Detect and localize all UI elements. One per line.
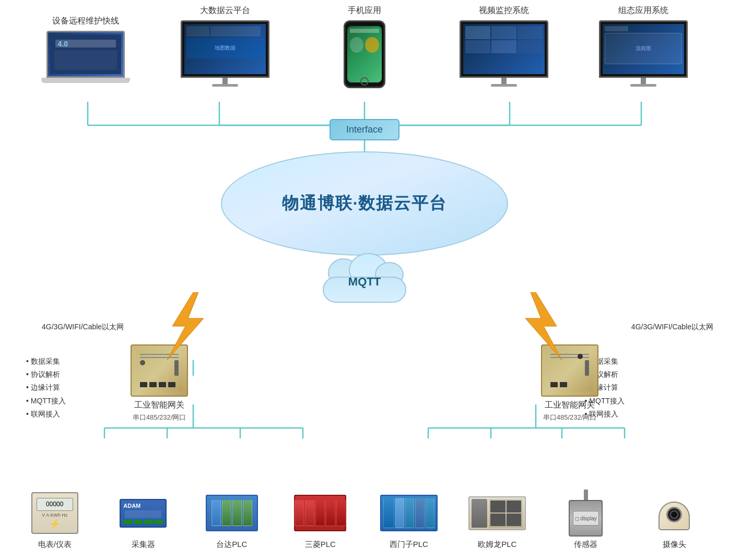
- video-label: 视频监控系统: [479, 5, 529, 16]
- delta-plc-label: 台达PLC: [216, 540, 247, 550]
- serial-label-left: 串口485/232/网口: [133, 413, 186, 422]
- bigdata-monitor: 地图数据: [178, 20, 272, 88]
- gateway-name-right: 工业智能网关: [545, 400, 595, 411]
- platform-cloud: 物通博联·数据云平台: [221, 151, 508, 256]
- device-scada: 组态应用系统 流程图: [591, 5, 696, 88]
- feature-left-1: • 协议解析: [26, 368, 66, 381]
- sensor-label: 传感器: [574, 540, 597, 550]
- features-left: • 数据采集 • 协议解析 • 边缘计算 • MQTT接入 • 联网接入: [26, 355, 66, 421]
- device-sensor: ◻ display 传感器: [549, 490, 622, 550]
- mqtt-cloud: MQTT: [307, 256, 422, 308]
- feature-left-3: • MQTT接入: [26, 395, 66, 408]
- bigdata-label: 大数据云平台: [200, 5, 250, 16]
- network-label-right: 4G/3G/WIFI/Cable以太网: [631, 323, 713, 332]
- interface-label: Interface: [346, 124, 383, 135]
- omron-plc-label: 欧姆龙PLC: [478, 540, 516, 550]
- serial-label-right: 串口485/232/网口: [543, 413, 597, 422]
- device-mitsubishi-plc: 三菱PLC: [284, 490, 357, 550]
- collector-label: 采集器: [132, 540, 155, 550]
- device-video: 视频监控系统: [452, 5, 556, 88]
- device-siemens-plc: 西门子PLC: [372, 490, 445, 550]
- interface-box: Interface: [330, 119, 399, 140]
- device-collector: ADAM 采集器: [107, 490, 180, 550]
- network-label-left: 4G/3G/WIFI/Cable以太网: [42, 323, 124, 332]
- bottom-devices-row: 00000 V A KWh Hz ⚡ 电表/仪表 ADAM: [10, 490, 719, 550]
- device-delta-plc: 台达PLC: [195, 490, 268, 550]
- gateway-name-left: 工业智能网关: [134, 400, 184, 411]
- scada-label: 组态应用系统: [618, 5, 668, 16]
- device-camera: 摄像头: [638, 490, 711, 550]
- scada-monitor: 流程图: [596, 20, 690, 88]
- feature-left-0: • 数据采集: [26, 355, 66, 368]
- mqtt-label: MQTT: [348, 275, 381, 289]
- feature-left-4: • 联网接入: [26, 408, 66, 421]
- device-meter: 00000 V A KWh Hz ⚡ 电表/仪表: [18, 490, 91, 550]
- mitsubishi-plc-label: 三菱PLC: [305, 540, 336, 550]
- svg-marker-24: [167, 292, 204, 360]
- camera-label: 摄像头: [663, 540, 686, 550]
- svg-marker-25: [525, 292, 562, 360]
- device-laptop: 设备远程维护快线 4.0: [33, 16, 138, 88]
- lightning-right: [510, 292, 572, 360]
- phone-label: 手机应用: [348, 5, 381, 16]
- siemens-plc-label: 西门子PLC: [390, 540, 428, 550]
- lightning-left: [157, 292, 219, 360]
- top-devices-row: 设备远程维护快线 4.0 大数据云平台: [16, 5, 713, 88]
- video-monitor: [457, 20, 551, 88]
- cloud-shape: MQTT: [312, 261, 417, 303]
- phone-img: [344, 20, 385, 88]
- laptop-label: 设备远程维护快线: [52, 16, 119, 27]
- device-bigdata: 大数据云平台 地图数据: [173, 5, 277, 88]
- platform-title: 物通博联·数据云平台: [282, 192, 448, 215]
- feature-left-2: • 边缘计算: [26, 381, 66, 394]
- diagram-container: 设备远程维护快线 4.0 大数据云平台: [0, 0, 729, 560]
- device-phone: 手机应用: [312, 5, 417, 88]
- device-omron-plc: 欧姆龙PLC: [461, 490, 534, 550]
- meter-label: 电表/仪表: [38, 540, 72, 550]
- laptop-img: 4.0: [39, 31, 133, 88]
